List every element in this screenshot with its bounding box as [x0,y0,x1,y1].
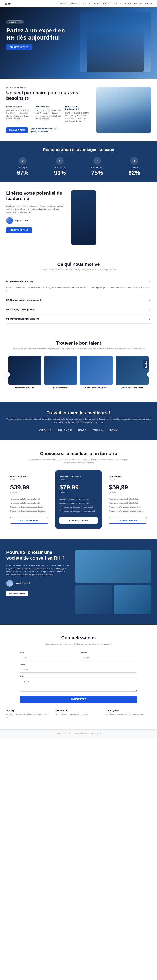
card-img-2 [80,356,113,385]
form-input-email[interactable] [20,667,137,673]
accordion-item-3: 04. Performance Management ∨ [6,314,151,324]
motivates-section: Ce qui nous motive Sample text. Click to… [0,253,157,332]
form-group-surname: Prénom [80,652,137,661]
recrutement-icon: ↑ [94,157,101,165]
nav-page4[interactable]: PAGE 4 [113,3,121,5]
cards-row: Recherche de cadres Recrutement RH Solut… [8,356,149,393]
card-1: Recrutement RH [44,356,77,393]
nav-page2[interactable]: PAGE 2 [93,3,100,5]
form-input-name[interactable] [20,655,77,661]
accordion-header-3[interactable]: 04. Performance Management ∨ [6,314,151,323]
why-author-name: Maggie d'emploi [15,582,30,584]
partner-title: Un seul partenaire pour tous vos besoins… [6,90,90,101]
footer-text: Lorem ipsum dolor sit amet, consectetur … [6,733,151,735]
feature-2-0: Assurance maladie individuelle (x1) [109,497,147,501]
leadership-btn[interactable]: EN SAVOIR PLUS [6,227,32,233]
stats-section: Rémunération et avantages sociaux ★ Avan… [0,142,157,182]
form-label-email: Email [20,663,137,666]
why-img-row [75,585,151,614]
why-btn[interactable]: EN SAVOIR PLUS [6,591,28,596]
feature-0-2: Assurance maladie individuelle (x2) [10,501,48,505]
accordion-toggle-0: ∧ [149,280,151,283]
form-label-message: Texte [20,676,137,678]
card-3: Selection Sélection des candidats [116,356,149,393]
card-2: Solutions RH innovantes [80,356,113,393]
plan-btn-2[interactable]: CHOISIR UN PLAN [109,517,147,523]
work-best-title: Travailler avec les meilleurs ! [6,410,151,416]
pricing-subtitle: Ici vous voulez mentionner deux ou trois… [26,458,131,464]
contact-form: Nom Prénom Email Texte SOUMETTRE [20,652,137,703]
partner-col-vision: Notre vision Lorem ipsum. Click to edit … [36,105,61,123]
card-img-3: Selection [116,356,149,385]
plan-btn-1[interactable]: CHOISIR UN PLAN [59,517,97,523]
partner-left: Image de Freepik Un seul partenaire pour… [6,87,90,133]
hero-badge: Maggie Francis [6,20,24,24]
nav-page6[interactable]: PAGE 6 [134,3,141,5]
accordion-item-2: 03. Training Development ∨ [6,305,151,314]
phone-label: Appelez 24H/24 et 7j/7 [31,127,57,130]
office-address-1: 150 Collins St, 75 Valley du Sud. 2021 [56,713,101,716]
accordion-header-2[interactable]: 03. Training Development ∨ [6,305,151,314]
nav-page7[interactable]: PAGE 7 [145,3,152,5]
partner-btn[interactable]: EN SAVOIR PLUS [6,127,28,133]
accordion-header-1[interactable]: 02. Compensation Management ∨ [6,295,151,305]
why-choose-section: Pourquoi choisir une société de conseil … [0,539,157,625]
why-author: Maggie d'emploi [6,580,69,587]
pricing-card-1: Plan RH d'entreprise En duo $79,99 En mo… [56,470,101,529]
leadership-images [71,191,98,245]
nav-logo: logo [5,2,11,5]
pricing-section: Choisissez le meilleur plan tarifaire Ic… [0,440,157,539]
form-textarea-message[interactable] [20,679,137,692]
feature-2-2: Assurance maladie individuelle (x2) [109,501,147,505]
find-talent-title: Trouver le bon talent [6,340,151,346]
nav-page3[interactable]: PAGE 3 [103,3,111,5]
accordion-header-0[interactable]: 01. Recruitment Staffing ∧ [6,277,151,286]
feature-0-0: Assurance maladie individuelle (x1) [10,497,48,501]
card-img-0 [8,356,41,385]
plan-tagline-0: En solo [10,479,48,481]
plan-price-2: $59,99 [109,484,147,491]
leadership-text: Dignissim suspendisse in est ante in nib… [6,204,65,214]
form-label-surname: Prénom [80,652,137,654]
accordion: 01. Recruitment Staffing ∧ Lorem ipsum d… [6,277,151,324]
leadership-img-tall [71,191,96,245]
pricing-card-0: Plan RH de base En solo $39,99 En mois A… [6,470,52,529]
nav-page1[interactable]: PAGE 1 [82,3,90,5]
stats-title: Rémunération et avantages sociaux [6,147,151,152]
pricing-title: Choisissez le meilleur plan tarifaire [6,451,151,456]
form-input-surname[interactable] [80,655,137,661]
form-row-1: Nom Prénom [20,652,137,661]
col1-text: Lorem ipsum. Click to edit this text. Cl… [6,109,32,121]
slider-next-button[interactable]: › [147,372,153,377]
work-best-section: Travailler avec les meilleurs ! Paragrap… [0,402,157,440]
stat-avantages: ★ Avantages 67% [6,157,40,176]
brand-evga: EVGA [78,429,87,432]
nav-links: HOME CONTACT PAGE 1 PAGE 2 PAGE 3 PAGE 4… [60,3,152,5]
pricing-card-2: Plan RH Pro En solo $59,99 En mois Assur… [105,470,151,529]
plan-name-0: Plan RH de base [10,475,48,478]
why-text: Lorem ipsum dolor sit amet, consectetur … [6,564,69,576]
accordion-body-0: Lorem ipsum dolor sit amet, consectetur … [6,286,151,295]
office-address-2: 389 Blase St. Avenue CA 13400. Avenue Su… [105,713,151,716]
avantages-label: Avantages [18,166,28,169]
partner-phone: Appelez 24H/24 et 7j/7 (502) 623-4949 [31,127,57,133]
motivates-title: Ce qui nous motive [6,262,151,267]
navbar: logo HOME CONTACT PAGE 1 PAGE 2 PAGE 3 P… [0,0,157,7]
nav-page5[interactable]: PAGE 5 [124,3,131,5]
form-submit-button[interactable]: SOUMETTRE [20,696,137,703]
col2-text: Lorem ipsum. Click to edit this text. Cl… [36,109,61,121]
feature-0-6: Programme d'avantages sociaux (avancé) [10,509,48,513]
find-talent-section: Trouver le bon talent Lorem ipsum dolor … [0,332,157,402]
plan-btn-0[interactable]: CHOISIR UN PLAN [10,517,48,523]
feature-1-0: Assurance maladie individuelle (x1) [59,497,97,501]
nav-home[interactable]: HOME [60,3,67,5]
leadership-left: Libérez votre potentiel de leadership Di… [6,191,65,233]
hero-cta-button[interactable]: EN SAVOIR PLUS [6,45,32,50]
plan-price-1: $79,99 [59,484,97,491]
formations-icon: ♦ [56,157,63,165]
col3-title: Notre valeur fondamentale [65,105,90,110]
nav-contact[interactable]: CONTACT [70,3,80,5]
plan-period-2: En mois [109,492,147,494]
slider-prev-button[interactable]: ‹ [4,372,10,377]
author-name: Maggie Francis [15,220,29,222]
